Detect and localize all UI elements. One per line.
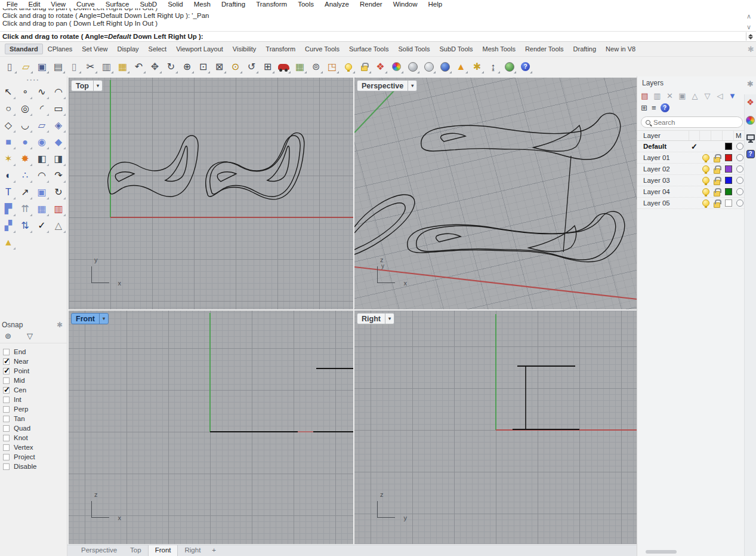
layer-color-cell[interactable]	[723, 199, 734, 207]
layer-visibility-cell[interactable]	[700, 199, 711, 207]
layer-visibility-cell[interactable]	[700, 165, 711, 173]
osnap-item-project[interactable]: Project	[0, 452, 67, 462]
layer-row[interactable]: Default	[637, 141, 756, 152]
new-sublayer-icon[interactable]: ▥	[652, 91, 662, 101]
open-file-icon[interactable]: ▱	[22, 62, 29, 72]
layer-search-box[interactable]	[641, 116, 743, 128]
viewport-layout-icon[interactable]: ⊞	[264, 62, 271, 72]
layer-state-icon[interactable]: ❖	[376, 62, 384, 72]
osnap-checkbox-end[interactable]	[3, 349, 10, 355]
extend-icon[interactable]: ↷	[54, 171, 62, 180]
layer-search-input[interactable]	[653, 119, 738, 126]
display-panel-tab-icon[interactable]	[746, 116, 755, 125]
zoom-window-button[interactable]: ⊡	[195, 59, 211, 75]
viewport-perspective[interactable]: Perspective z y x	[354, 78, 637, 309]
toolbar-tab-surface-tools[interactable]: Surface Tools	[344, 44, 393, 54]
ellipse-icon[interactable]: ◎	[21, 104, 29, 113]
layer-color-swatch[interactable]	[725, 165, 732, 173]
osnap-checkbox-perp[interactable]	[3, 406, 10, 413]
toolbar-tab-render-tools[interactable]: Render Tools	[520, 44, 569, 54]
surface-from-points-tool-button[interactable]: ▱	[33, 117, 50, 134]
viewport-dropdown-icon[interactable]	[408, 81, 416, 91]
apply-tool-button[interactable]: ✓	[33, 217, 50, 234]
surface-patch-icon[interactable]: ◆	[55, 137, 62, 147]
undo-view-icon[interactable]: ↺	[248, 62, 255, 72]
trim-tool-button[interactable]: ◧	[33, 150, 50, 167]
select-tool-button[interactable]: ↖	[0, 84, 17, 100]
move-layer-down-icon[interactable]: ▽	[702, 91, 712, 101]
toolbar-tab-solid-tools[interactable]: Solid Tools	[393, 44, 434, 54]
primitives-icon[interactable]: △	[55, 221, 62, 231]
open-file-button[interactable]: ▱	[18, 59, 34, 75]
bulb-icon[interactable]	[702, 154, 709, 161]
adjust-points-tool-button[interactable]: ⇅	[17, 217, 33, 234]
material-circle-icon[interactable]	[736, 199, 743, 207]
set-cplane-icon[interactable]: ⊚	[312, 62, 320, 72]
primitives-tool-button[interactable]: △	[50, 217, 67, 234]
prompt-default-option[interactable]: Default	[108, 33, 131, 40]
render-icon[interactable]	[505, 62, 514, 72]
move-tool-button[interactable]: ↗	[17, 184, 33, 201]
layer-lock-cell[interactable]	[711, 188, 723, 196]
osnap-checkbox-vertex[interactable]	[3, 444, 10, 451]
osnap-filter-icon[interactable]: ▽	[27, 332, 33, 340]
text-icon[interactable]: T	[5, 188, 11, 197]
osnap-points-icon[interactable]: ⊚	[5, 332, 11, 340]
blast-icon[interactable]: ✸	[21, 154, 29, 164]
menu-help[interactable]: Help	[423, 1, 448, 8]
zoom-dynamic-button[interactable]: ⊕	[179, 59, 195, 75]
explode-icon[interactable]: ✶	[4, 154, 12, 164]
rectangle-tool-button[interactable]: ▭	[50, 100, 67, 117]
toolbar-tab-select[interactable]: Select	[144, 44, 172, 54]
torus-icon[interactable]: ◉	[38, 137, 46, 147]
menu-analyze[interactable]: Analyze	[319, 1, 354, 8]
layer-visibility-cell[interactable]	[700, 188, 711, 195]
sphere-tool-button[interactable]: ●	[17, 134, 33, 150]
pyramid-tool-button[interactable]: ▲	[0, 234, 17, 251]
box-icon[interactable]: ■	[5, 137, 11, 147]
layer-row[interactable]: Layer 05	[637, 198, 756, 209]
torus-tool-button[interactable]: ◉	[33, 134, 50, 150]
viewport-tab-perspective[interactable]: Perspective	[75, 545, 124, 556]
cut-button[interactable]: ✂	[82, 59, 98, 75]
lock-icon[interactable]	[714, 202, 720, 208]
add-viewport-tab-button[interactable]: +	[207, 545, 221, 556]
layer-row[interactable]: Layer 02	[637, 164, 756, 175]
circle-tool-button[interactable]: ○	[0, 100, 17, 117]
osnap-gear-icon[interactable]: ✱	[57, 321, 63, 329]
text-tool-button[interactable]: T	[0, 184, 17, 201]
layer-color-cell[interactable]	[723, 177, 734, 184]
toolbar-tab-drafting[interactable]: Drafting	[569, 44, 601, 54]
layer-lock-cell[interactable]	[711, 153, 723, 162]
toolbar-gear-icon[interactable]: ✱	[748, 45, 754, 54]
zoom-dynamic-icon[interactable]: ⊕	[183, 62, 191, 72]
color-wheel-icon[interactable]	[392, 62, 401, 71]
osnap-item-perp[interactable]: Perp	[0, 404, 67, 414]
delete-layer-icon[interactable]: ✕	[665, 91, 675, 101]
render-button[interactable]	[501, 59, 517, 75]
command-history[interactable]: Click and drag to pan ( Down Left Right …	[0, 8, 756, 31]
menu-edit[interactable]: Edit	[23, 1, 46, 8]
extend-tool-button[interactable]: ↷	[50, 167, 67, 184]
surface-from-points-icon[interactable]: ▱	[38, 121, 45, 130]
scale-icon[interactable]: ▥	[54, 204, 63, 214]
sphere-icon[interactable]: ●	[22, 137, 28, 147]
viewport-dropdown-icon[interactable]	[93, 81, 102, 91]
export-button[interactable]: ▯	[66, 59, 82, 75]
material-circle-icon[interactable]	[736, 143, 743, 150]
layer-help-icon[interactable]: ?	[661, 103, 669, 112]
layer-lock-cell[interactable]	[711, 199, 723, 208]
viewport-dropdown-icon[interactable]	[99, 314, 108, 324]
copy-object-icon[interactable]: ▣	[37, 188, 46, 197]
menu-view[interactable]: View	[45, 1, 71, 8]
rendered-view-button[interactable]	[437, 59, 453, 75]
viewport-perspective-label[interactable]: Perspective	[357, 80, 417, 91]
curve-blend-tool-button[interactable]: ◡	[17, 117, 33, 134]
ellipse-tool-button[interactable]: ◎	[17, 100, 33, 117]
copy-icon[interactable]: ▥	[102, 62, 111, 72]
polygon-icon[interactable]: ◇	[5, 121, 12, 130]
menu-subd[interactable]: SubD	[134, 1, 162, 8]
layer-table-icon[interactable]: ⊞	[641, 104, 647, 112]
rotate-tool-button[interactable]: ↻	[50, 184, 67, 201]
layer-menu-icon[interactable]: ≡	[652, 104, 656, 112]
